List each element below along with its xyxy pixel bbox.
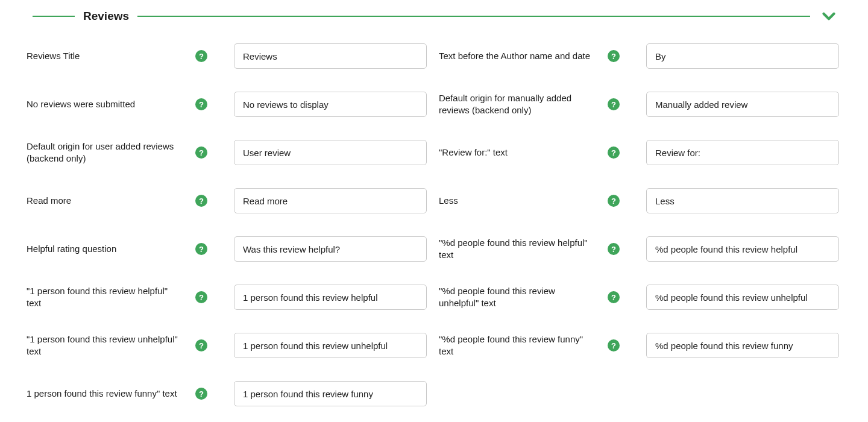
- divider: [137, 16, 810, 17]
- section-title: Reviews: [83, 10, 129, 23]
- divider: [33, 16, 75, 17]
- field-label: Less: [439, 195, 596, 207]
- d-helpful-input[interactable]: [646, 236, 839, 262]
- field-label: No reviews were submitted: [27, 98, 183, 110]
- field-label: Reviews Title: [27, 50, 183, 62]
- help-icon[interactable]: ?: [608, 243, 620, 255]
- less-input[interactable]: [646, 188, 839, 213]
- d-unhelpful-input[interactable]: [646, 285, 839, 310]
- author-prefix-input[interactable]: [646, 43, 839, 69]
- field-label: Text before the Author name and date: [439, 50, 596, 62]
- chevron-down-icon: [819, 6, 839, 27]
- review-for-input[interactable]: [646, 140, 839, 165]
- one-unhelpful-input[interactable]: [234, 333, 427, 358]
- field-label: 1 person found this review funny" text: [27, 388, 183, 400]
- field-label: "1 person found this review helpful" tex…: [27, 285, 183, 310]
- one-funny-input[interactable]: [234, 381, 427, 406]
- helpful-question-input[interactable]: [234, 236, 427, 262]
- field-label: "%d people found this review helpful" te…: [439, 237, 596, 262]
- read-more-input[interactable]: [234, 188, 427, 213]
- help-icon[interactable]: ?: [608, 291, 620, 303]
- help-icon[interactable]: ?: [608, 50, 620, 62]
- help-icon[interactable]: ?: [608, 98, 620, 110]
- no-reviews-input[interactable]: [234, 92, 427, 117]
- one-helpful-input[interactable]: [234, 285, 427, 310]
- help-icon[interactable]: ?: [195, 339, 207, 351]
- help-icon[interactable]: ?: [608, 195, 620, 207]
- help-icon[interactable]: ?: [195, 388, 207, 400]
- field-label: Helpful rating question: [27, 243, 183, 255]
- help-icon[interactable]: ?: [195, 291, 207, 303]
- origin-user-input[interactable]: [234, 140, 427, 165]
- help-icon[interactable]: ?: [608, 146, 620, 159]
- section-header: Reviews: [12, 6, 856, 27]
- field-label: "Review for:" text: [439, 146, 596, 159]
- help-icon[interactable]: ?: [195, 50, 207, 62]
- field-label: "%d people found this review unhelpful" …: [439, 285, 596, 310]
- reviews-title-input[interactable]: [234, 43, 427, 69]
- field-label: "1 person found this review unhelpful" t…: [27, 333, 183, 358]
- collapse-toggle[interactable]: [819, 6, 845, 27]
- d-funny-input[interactable]: [646, 333, 839, 358]
- field-label: Default origin for manually added review…: [439, 92, 596, 117]
- settings-form: Reviews Reviews Title ? Text before the …: [12, 6, 856, 406]
- help-icon[interactable]: ?: [195, 98, 207, 110]
- field-label: Read more: [27, 195, 183, 207]
- help-icon[interactable]: ?: [195, 195, 207, 207]
- help-icon[interactable]: ?: [195, 243, 207, 255]
- origin-manual-input[interactable]: [646, 92, 839, 117]
- field-label: Default origin for user added reviews (b…: [27, 140, 183, 165]
- fields-grid: Reviews Title ? Text before the Author n…: [12, 43, 856, 406]
- help-icon[interactable]: ?: [608, 339, 620, 351]
- field-label: "%d people found this review funny" text: [439, 333, 596, 358]
- help-icon[interactable]: ?: [195, 146, 207, 159]
